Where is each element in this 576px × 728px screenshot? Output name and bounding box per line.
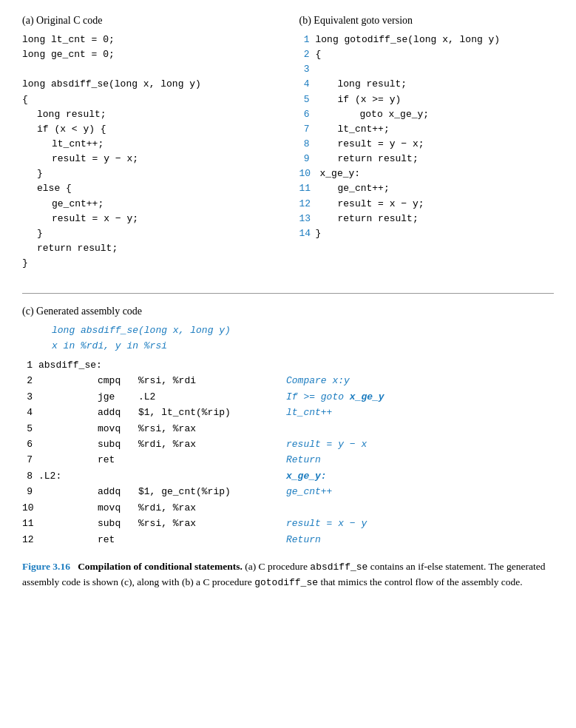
goto-code-6: goto x_ge_y; [316,107,430,122]
code-a-line-7: lt_cnt++; [22,137,277,152]
code-a-line-13: } [22,226,277,241]
asm-comment-6: result = y − x [286,437,367,452]
asm-row-5: 5 movq %rsi, %rax [22,421,554,437]
goto-code-2: { [316,47,322,62]
asm-operands-10: %rdi, %rax [138,500,286,516]
goto-code-7: lt_cnt++; [316,122,390,137]
code-a-line-0: long lt_cnt = 0; [22,33,277,47]
goto-code-4: long result; [316,77,407,92]
caption-spacer [72,561,75,572]
goto-row-6: 6 goto x_ge_y; [299,107,555,122]
asm-comment-2: Compare x:y [286,373,350,388]
asm-row-12: 12 ret Return [22,532,554,547]
asm-row-4: 4 addq $1, lt_cnt(%rip) lt_cnt++ [22,405,554,420]
goto-row-5: 5 if (x >= y) [299,92,555,107]
col-b: (b) Equivalent goto version 1 long gotod… [292,15,555,271]
asm-comment-9: ge_cnt++ [286,484,332,499]
asm-row-2: 2 cmpq %rsi, %rdi Compare x:y [22,373,554,388]
goto-linenum-14: 14 [299,226,316,241]
asm-operands-9: $1, ge_cnt(%rip) [138,484,286,499]
goto-linenum-6: 6 [299,107,316,122]
goto-code-3 [316,62,322,77]
asm-comment-8: x_ge_y: [286,468,327,484]
asm-row-1: 1 absdiff_se: [22,357,554,373]
goto-code-14: } [316,226,322,241]
asm-linenum-7: 7 [22,452,38,468]
asm-op-12: ret [98,532,138,547]
code-a-line-4: { [22,92,277,107]
asm-op-10: movq [98,500,138,516]
asm-comment-7: Return [286,452,321,468]
code-a-line-5: long result; [22,107,277,122]
asm-row-3: 3 jge .L2 If >= goto x_ge_y [22,389,554,405]
asm-operands-5: %rsi, %rax [138,421,286,437]
asm-linenum-4: 4 [22,405,38,420]
asm-comment-3: If >= goto x_ge_y [286,389,384,405]
asm-linenum-10: 10 [22,500,38,516]
asm-linenum-3: 3 [22,389,38,405]
code-a-line-6: if (x < y) { [22,122,277,137]
goto-linenum-7: 7 [299,122,316,137]
asm-op-2: cmpq [98,373,138,388]
goto-row-10: 10 x_ge_y: [299,166,555,181]
goto-row-11: 11 ge_cnt++; [299,181,555,196]
goto-linenum-10: 10 [299,166,316,181]
code-a-line-14: return result; [22,241,277,256]
asm-op-6: subq [98,437,138,452]
code-a-line-9: } [22,166,277,181]
asm-label-1: absdiff_se: [38,357,98,373]
asm-row-6: 6 subq %rdi, %rax result = y − x [22,437,554,452]
main-container: (a) Original C code long lt_cnt = 0; lon… [22,15,554,590]
goto-linenum-11: 11 [299,181,316,196]
asm-row-10: 10 movq %rdi, %rax [22,500,554,516]
goto-linenum-8: 8 [299,137,316,152]
asm-op-3: jge [98,389,138,405]
code-a-line-3: long absdiff_se(long x, long y) [22,77,277,92]
asm-row-9: 9 addq $1, ge_cnt(%rip) ge_cnt++ [22,484,554,499]
section-b-label: (b) Equivalent goto version [299,15,555,27]
code-a-line-1: long ge_cnt = 0; [22,47,277,62]
code-a-line-12: result = x − y; [22,212,277,226]
asm-table: 1 absdiff_se: 2 cmpq %rsi, %rdi Compare … [22,357,554,547]
goto-code-1: long gotodiff_se(long x, long y) [316,33,501,47]
asm-section: (c) Generated assembly code long absdiff… [22,306,554,547]
asm-linenum-2: 2 [22,373,38,388]
goto-linenum-9: 9 [299,152,316,166]
code-a-line-8: result = y − x; [22,152,277,166]
section-c-label: (c) Generated assembly code [22,306,554,317]
goto-code-11: ge_cnt++; [316,181,390,196]
asm-row-11: 11 subq %rsi, %rax result = x − y [22,516,554,531]
asm-linenum-6: 6 [22,437,38,452]
goto-row-3: 3 [299,62,555,77]
asm-op-5: movq [98,421,138,437]
code-a-block: long lt_cnt = 0; long ge_cnt = 0; long a… [22,33,277,271]
goto-code-13: return result; [316,212,419,226]
goto-row-4: 4 long result; [299,77,555,92]
goto-row-2: 2 { [299,47,555,62]
asm-op-11: subq [98,516,138,531]
goto-row-8: 8 result = y − x; [299,137,555,152]
goto-code-8: result = y − x; [316,137,424,152]
asm-operands-3: .L2 [138,389,286,405]
asm-linenum-12: 12 [22,532,38,547]
col-a: (a) Original C code long lt_cnt = 0; lon… [22,15,292,271]
goto-linenum-1: 1 [299,33,316,47]
code-a-line-10: else { [22,181,277,196]
asm-op-7: ret [98,452,138,468]
goto-linenum-13: 13 [299,212,316,226]
goto-table: 1 long gotodiff_se(long x, long y) 2 { 3… [299,33,555,241]
section-a-label: (a) Original C code [22,15,277,27]
asm-row-7: 7 ret Return [22,452,554,468]
goto-row-9: 9 return result; [299,152,555,166]
asm-operands-2: %rsi, %rdi [138,373,286,388]
asm-operands-11: %rsi, %rax [138,516,286,531]
asm-operands-6: %rdi, %rax [138,437,286,452]
code-a-line-15: } [22,256,277,271]
asm-linenum-8: 8 [22,468,38,484]
asm-header-1: long absdiff_se(long x, long y) [22,323,554,339]
goto-code-9: return result; [316,152,419,166]
asm-linenum-5: 5 [22,421,38,437]
goto-row-14: 14 } [299,226,555,241]
goto-linenum-4: 4 [299,77,316,92]
divider [22,293,554,294]
